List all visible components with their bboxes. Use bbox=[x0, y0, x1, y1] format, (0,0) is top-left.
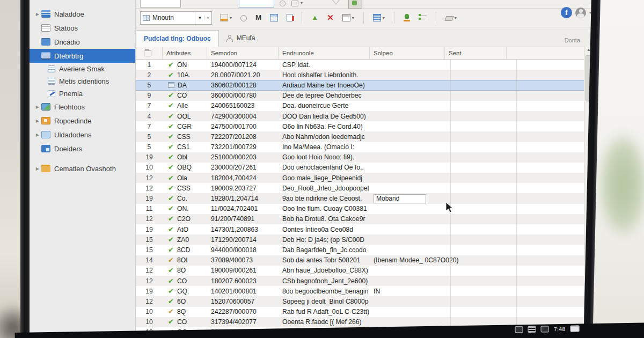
check-ok-icon: ✔ bbox=[168, 164, 174, 171]
chevron-down-icon[interactable]: ▾ bbox=[230, 16, 232, 20]
column-header-blank[interactable] bbox=[136, 47, 163, 59]
solpeo-value[interactable]: Moband bbox=[374, 194, 426, 203]
chevron-down-icon[interactable]: ˅ bbox=[204, 16, 211, 20]
sidebar-item[interactable]: Dtebrbtrg bbox=[30, 49, 135, 63]
active-tool-button[interactable] bbox=[348, 0, 362, 9]
sidebar-item[interactable]: ▶Fleohtoos bbox=[30, 100, 135, 114]
user-avatar[interactable] bbox=[575, 8, 586, 18]
attribute-label: CSS bbox=[177, 133, 191, 141]
table-row[interactable]: 14✔8OI37089/400073Sob dai antes Tobr 508… bbox=[136, 255, 584, 266]
tab-secondary[interactable]: MEufa bbox=[219, 30, 263, 47]
blurred-plant bbox=[599, 134, 644, 236]
fill-color-icon-button[interactable]: ▾ bbox=[218, 11, 233, 25]
expand-arrow-icon[interactable]: ▶ bbox=[30, 105, 41, 109]
table-row[interactable]: 12✔Ola182004,700424Goo male_liege_Pbipee… bbox=[136, 173, 584, 183]
facebook-icon[interactable]: f bbox=[561, 7, 572, 18]
table-frame-icon-button[interactable]: ▾ bbox=[341, 11, 356, 25]
chevron-down-icon[interactable]: ▾ bbox=[383, 16, 385, 20]
corner-label: Donta bbox=[565, 37, 580, 43]
table-row[interactable]: 5✔CSS722207/201208Abo Nahm/odon loedemad… bbox=[136, 131, 584, 142]
attribute-label: GQ. bbox=[177, 288, 189, 295]
check-ok-icon: ✔ bbox=[168, 215, 174, 223]
rows-list-icon-button[interactable]: ▾ bbox=[371, 11, 386, 25]
sidebar-item[interactable]: Averiere Smak bbox=[30, 63, 135, 75]
table-row[interactable]: 12✔CSS190009.203727Deo_Roo8_Jrleo_Jdoopo… bbox=[136, 183, 584, 193]
filter-icon[interactable] bbox=[332, 0, 340, 5]
sidebar-item[interactable]: Statoos bbox=[30, 21, 135, 35]
document-alert-icon-button[interactable] bbox=[285, 11, 294, 25]
table-row[interactable]: 10✔8Q242287/000070Rab fud R Adaft_0oL C-… bbox=[136, 307, 584, 317]
table-row[interactable]: 12✔CO180207.600023CSb bagnofnoh_Jent_2e6… bbox=[136, 276, 584, 286]
table-row[interactable]: 15✔8CD944000/000018Dab Bagarfdeh_fin_Jc.… bbox=[136, 245, 584, 255]
column-header-atributes[interactable]: Atributes bbox=[163, 47, 207, 59]
sidebar-item[interactable]: ▶Cematlen Ovashoth bbox=[30, 161, 135, 175]
table-row[interactable]: 19✔GQ.140201/0008018oo begooclbeombe_ben… bbox=[136, 286, 584, 296]
sidebar-item[interactable]: Doeiders bbox=[30, 142, 135, 156]
shape-tool-icon[interactable] bbox=[291, 1, 298, 6]
checklist-icon-button[interactable] bbox=[417, 11, 428, 25]
tray-keyboard-icon[interactable] bbox=[570, 325, 579, 332]
person-highlight-icon-button[interactable] bbox=[402, 11, 412, 25]
date-cell: 230000/207261 bbox=[207, 164, 279, 171]
table-row[interactable]: 9✔CO360000/000780Dee de tepree Oehdoerbe… bbox=[136, 91, 584, 101]
tray-signal-icon[interactable] bbox=[528, 326, 536, 333]
secondary-combobox[interactable] bbox=[140, 0, 181, 8]
table-row[interactable]: 12✔8O190009/000261Abn haue_Jdoebofloo_C8… bbox=[136, 266, 584, 276]
expand-arrow-icon[interactable]: ▶ bbox=[30, 166, 41, 171]
refresh-delta-icon-button[interactable]: ▲ bbox=[310, 11, 320, 25]
delete-x-icon-button[interactable]: ✕ bbox=[325, 11, 335, 25]
table-row[interactable]: 12✔6O152070600057Sopeeg ji deolt_Binol C… bbox=[136, 296, 584, 306]
column-header-semodon[interactable]: Semodon bbox=[207, 47, 279, 59]
table-blue-icon-button[interactable] bbox=[268, 11, 280, 25]
column-header-sent[interactable]: Sent bbox=[445, 47, 507, 59]
sidebar-item[interactable]: ▶Ropcedinde bbox=[30, 114, 135, 128]
chevron-down-icon[interactable]: ▾ bbox=[455, 16, 457, 20]
combobox-arrow-icon[interactable]: ▼ bbox=[195, 16, 204, 20]
tray-battery-icon[interactable] bbox=[541, 326, 549, 332]
chevron-down-icon[interactable]: ▾ bbox=[301, 1, 303, 5]
expand-arrow-icon[interactable]: ▶ bbox=[30, 119, 41, 123]
column-header-blank[interactable] bbox=[507, 47, 584, 59]
sidebar-item[interactable]: Pnemia bbox=[30, 87, 135, 100]
sidebar-item[interactable]: ▶Naladdoe bbox=[30, 7, 135, 21]
table-row[interactable]: 19✔AtO14730/1,200863Oontes Intieo0a Ceo0… bbox=[136, 224, 584, 234]
table-frame-icon bbox=[342, 14, 350, 21]
date-cell: 732201/000729 bbox=[207, 143, 279, 151]
letter-m-icon-button[interactable]: M bbox=[254, 11, 263, 25]
tray-network-icon[interactable] bbox=[515, 326, 523, 333]
column-header-endrunoole[interactable]: Endrunoole bbox=[279, 47, 370, 59]
table-row[interactable]: 7✔CGR247500/001700O6o lin Nb63a. Fe Cord… bbox=[136, 121, 584, 131]
tray-clock[interactable]: 7:48 bbox=[554, 326, 566, 332]
search-input[interactable] bbox=[239, 0, 274, 8]
circle-tool-icon[interactable] bbox=[280, 1, 286, 6]
table-row[interactable]: 12✔C2O91/200/740891Bob ha Drotu8. Ota Ca… bbox=[136, 214, 584, 224]
sidebar-item[interactable]: Dncadio bbox=[30, 35, 135, 49]
expand-arrow-icon[interactable]: ▶ bbox=[30, 12, 41, 17]
table-row[interactable]: 15✔ZA0171290/200714Deb Ho: D ja4s; (op S… bbox=[136, 234, 584, 245]
stamp-icon-button[interactable] bbox=[239, 11, 248, 25]
table-row[interactable]: 1✔ON194000/007124CSP Idat. bbox=[136, 60, 584, 70]
sidebar-item[interactable]: ▶Uldadodens bbox=[30, 128, 135, 142]
expand-arrow-icon[interactable]: ▶ bbox=[30, 133, 41, 137]
column-header-solpeo[interactable]: Solpeo bbox=[370, 47, 445, 59]
table-row[interactable]: 7✔Alle240065160023Doa. duoneircue Gerte bbox=[136, 101, 584, 111]
table-row[interactable]: 19✔Co.19280/1,2047149ao bte ndirkne cle … bbox=[136, 193, 584, 203]
tab-active[interactable]: Pudclad tlng: Odbuoc bbox=[136, 30, 219, 47]
table-row[interactable]: 2✔10A.28.0807/0021.20Hool olshalfer Lieb… bbox=[136, 70, 584, 80]
eraser-icon-button[interactable]: ▾ bbox=[444, 11, 458, 25]
check-warn-icon: ✔ bbox=[168, 256, 174, 264]
sidebar-item[interactable]: Metis cidentions bbox=[30, 75, 135, 87]
row-number: 14 bbox=[136, 256, 163, 264]
object-selector-combobox[interactable]: Mnoutn ▼ ˅ bbox=[140, 11, 212, 25]
table-row[interactable]: 10✔OBQ230000/207261Doo uenoclacenfand Oe… bbox=[136, 163, 584, 173]
table-row[interactable]: 5DA360602/000128Ardiaud Maine ber InoeoO… bbox=[136, 80, 584, 90]
table-row[interactable]: 19✔Obl251000/000203Goo loot Hoio Nooo: f… bbox=[136, 152, 584, 163]
table-row[interactable]: 5✔CS1732201/000729Ino Ma/Maea. (Omacio I… bbox=[136, 142, 584, 152]
description-cell: CSP Idat. bbox=[279, 61, 370, 69]
table-row[interactable]: 4✔OOL742900/300004DOO Dan liedIa De Ged5… bbox=[136, 111, 584, 121]
attribute-cell: ✔CSS bbox=[163, 185, 207, 192]
table-row[interactable]: 11✔ON.11/0024,702401Ooo Ine fium. Cuoay … bbox=[136, 204, 584, 214]
chevron-down-icon[interactable]: ▾ bbox=[352, 16, 354, 20]
letter-m-icon: M bbox=[255, 14, 261, 21]
attribute-label: CO bbox=[177, 92, 187, 99]
